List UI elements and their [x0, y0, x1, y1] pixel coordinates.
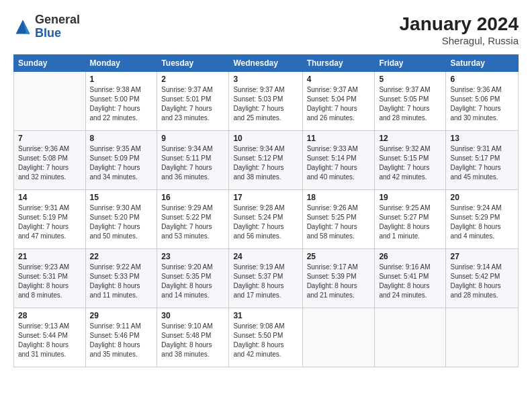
week-row-4: 21Sunrise: 9:23 AMSunset: 5:31 PMDayligh… — [14, 249, 519, 308]
day-number: 28 — [18, 311, 81, 320]
day-number: 18 — [307, 193, 371, 202]
day-cell: 13Sunrise: 9:31 AMSunset: 5:17 PMDayligh… — [446, 131, 519, 190]
day-cell: 11Sunrise: 9:33 AMSunset: 5:14 PMDayligh… — [302, 131, 375, 190]
day-number: 7 — [18, 134, 81, 143]
day-info: Sunrise: 9:37 AMSunset: 5:04 PMDaylight:… — [307, 85, 371, 123]
day-info: Sunrise: 9:35 AMSunset: 5:09 PMDaylight:… — [90, 144, 153, 182]
day-info: Sunrise: 9:36 AMSunset: 5:08 PMDaylight:… — [18, 144, 81, 182]
day-number: 21 — [18, 252, 81, 261]
day-info: Sunrise: 9:25 AMSunset: 5:27 PMDaylight:… — [379, 203, 441, 241]
day-info: Sunrise: 9:23 AMSunset: 5:31 PMDaylight:… — [18, 263, 81, 300]
day-cell: 20Sunrise: 9:24 AMSunset: 5:29 PMDayligh… — [446, 190, 519, 249]
day-cell: 28Sunrise: 9:13 AMSunset: 5:44 PMDayligh… — [14, 308, 86, 367]
day-number: 27 — [450, 252, 514, 261]
day-info: Sunrise: 9:20 AMSunset: 5:35 PMDaylight:… — [161, 263, 224, 300]
day-info: Sunrise: 9:10 AMSunset: 5:48 PMDaylight:… — [161, 322, 224, 359]
day-number: 5 — [379, 75, 441, 84]
day-info: Sunrise: 9:34 AMSunset: 5:11 PMDaylight:… — [161, 144, 224, 182]
col-header-friday: Friday — [375, 55, 446, 72]
day-cell: 19Sunrise: 9:25 AMSunset: 5:27 PMDayligh… — [375, 190, 446, 249]
day-info: Sunrise: 9:37 AMSunset: 5:05 PMDaylight:… — [379, 85, 441, 123]
month-year-title: January 2024 — [400, 13, 519, 35]
day-number: 1 — [90, 75, 153, 84]
day-number: 4 — [307, 75, 371, 84]
day-info: Sunrise: 9:33 AMSunset: 5:14 PMDaylight:… — [307, 144, 371, 182]
day-info: Sunrise: 9:30 AMSunset: 5:20 PMDaylight:… — [90, 203, 153, 241]
day-info: Sunrise: 9:37 AMSunset: 5:01 PMDaylight:… — [161, 85, 224, 123]
day-info: Sunrise: 9:29 AMSunset: 5:22 PMDaylight:… — [161, 203, 224, 241]
day-cell: 16Sunrise: 9:29 AMSunset: 5:22 PMDayligh… — [157, 190, 229, 249]
day-info: Sunrise: 9:26 AMSunset: 5:25 PMDaylight:… — [307, 203, 371, 241]
day-number: 19 — [379, 193, 441, 202]
day-number: 30 — [161, 311, 224, 320]
day-cell: 12Sunrise: 9:32 AMSunset: 5:15 PMDayligh… — [375, 131, 446, 190]
day-number: 31 — [233, 311, 298, 320]
day-number: 15 — [90, 193, 153, 202]
day-cell — [302, 308, 375, 367]
day-number: 24 — [233, 252, 298, 261]
day-cell: 31Sunrise: 9:08 AMSunset: 5:50 PMDayligh… — [229, 308, 302, 367]
week-row-5: 28Sunrise: 9:13 AMSunset: 5:44 PMDayligh… — [14, 308, 519, 367]
day-info: Sunrise: 9:13 AMSunset: 5:44 PMDaylight:… — [18, 322, 81, 359]
calendar-table: Sunday Monday Tuesday Wednesday Thursday… — [13, 54, 519, 367]
day-number: 14 — [18, 193, 81, 202]
day-cell: 7Sunrise: 9:36 AMSunset: 5:08 PMDaylight… — [14, 131, 86, 190]
day-cell — [375, 308, 446, 367]
day-info: Sunrise: 9:37 AMSunset: 5:03 PMDaylight:… — [233, 85, 298, 123]
day-info: Sunrise: 9:31 AMSunset: 5:17 PMDaylight:… — [450, 144, 514, 182]
day-cell: 4Sunrise: 9:37 AMSunset: 5:04 PMDaylight… — [302, 72, 375, 131]
day-number: 9 — [161, 134, 224, 143]
header: General Blue January 2024 Sheragul, Russ… — [13, 13, 519, 46]
day-cell: 27Sunrise: 9:14 AMSunset: 5:42 PMDayligh… — [446, 249, 519, 308]
day-number: 11 — [307, 134, 371, 143]
day-cell: 17Sunrise: 9:28 AMSunset: 5:24 PMDayligh… — [229, 190, 302, 249]
day-info: Sunrise: 9:22 AMSunset: 5:33 PMDaylight:… — [90, 263, 153, 300]
day-number: 10 — [233, 134, 298, 143]
col-header-wednesday: Wednesday — [229, 55, 302, 72]
day-cell: 26Sunrise: 9:16 AMSunset: 5:41 PMDayligh… — [375, 249, 446, 308]
day-info: Sunrise: 9:36 AMSunset: 5:06 PMDaylight:… — [450, 85, 514, 123]
day-cell: 1Sunrise: 9:38 AMSunset: 5:00 PMDaylight… — [85, 72, 157, 131]
week-row-2: 7Sunrise: 9:36 AMSunset: 5:08 PMDaylight… — [14, 131, 519, 190]
day-cell: 15Sunrise: 9:30 AMSunset: 5:20 PMDayligh… — [85, 190, 157, 249]
logo: General Blue — [13, 13, 80, 40]
day-cell: 5Sunrise: 9:37 AMSunset: 5:05 PMDaylight… — [375, 72, 446, 131]
day-info: Sunrise: 9:11 AMSunset: 5:46 PMDaylight:… — [90, 322, 153, 359]
day-cell: 25Sunrise: 9:17 AMSunset: 5:39 PMDayligh… — [302, 249, 375, 308]
day-number: 16 — [161, 193, 224, 202]
day-cell — [14, 72, 86, 131]
day-info: Sunrise: 9:14 AMSunset: 5:42 PMDaylight:… — [450, 263, 514, 300]
col-header-thursday: Thursday — [302, 55, 375, 72]
day-number: 23 — [161, 252, 224, 261]
day-cell: 9Sunrise: 9:34 AMSunset: 5:11 PMDaylight… — [157, 131, 229, 190]
location-subtitle: Sheragul, Russia — [400, 35, 519, 46]
day-number: 20 — [450, 193, 514, 202]
day-cell: 30Sunrise: 9:10 AMSunset: 5:48 PMDayligh… — [157, 308, 229, 367]
day-cell: 18Sunrise: 9:26 AMSunset: 5:25 PMDayligh… — [302, 190, 375, 249]
col-header-saturday: Saturday — [446, 55, 519, 72]
logo-text: General Blue — [35, 13, 80, 40]
day-cell: 8Sunrise: 9:35 AMSunset: 5:09 PMDaylight… — [85, 131, 157, 190]
day-number: 22 — [90, 252, 153, 261]
logo-blue: Blue — [35, 26, 61, 40]
day-cell: 29Sunrise: 9:11 AMSunset: 5:46 PMDayligh… — [85, 308, 157, 367]
day-number: 29 — [90, 311, 153, 320]
day-cell: 24Sunrise: 9:19 AMSunset: 5:37 PMDayligh… — [229, 249, 302, 308]
day-number: 17 — [233, 193, 298, 202]
day-number: 2 — [161, 75, 224, 84]
day-cell: 23Sunrise: 9:20 AMSunset: 5:35 PMDayligh… — [157, 249, 229, 308]
day-cell: 2Sunrise: 9:37 AMSunset: 5:01 PMDaylight… — [157, 72, 229, 131]
day-info: Sunrise: 9:28 AMSunset: 5:24 PMDaylight:… — [233, 203, 298, 241]
day-info: Sunrise: 9:16 AMSunset: 5:41 PMDaylight:… — [379, 263, 441, 300]
day-number: 6 — [450, 75, 514, 84]
header-row: Sunday Monday Tuesday Wednesday Thursday… — [14, 55, 519, 72]
day-number: 13 — [450, 134, 514, 143]
calendar-page: General Blue January 2024 Sheragul, Russ… — [0, 0, 532, 411]
day-info: Sunrise: 9:08 AMSunset: 5:50 PMDaylight:… — [233, 322, 298, 359]
day-info: Sunrise: 9:17 AMSunset: 5:39 PMDaylight:… — [307, 263, 371, 300]
day-number: 3 — [233, 75, 298, 84]
day-number: 8 — [90, 134, 153, 143]
day-cell — [446, 308, 519, 367]
day-cell: 6Sunrise: 9:36 AMSunset: 5:06 PMDaylight… — [446, 72, 519, 131]
week-row-3: 14Sunrise: 9:31 AMSunset: 5:19 PMDayligh… — [14, 190, 519, 249]
